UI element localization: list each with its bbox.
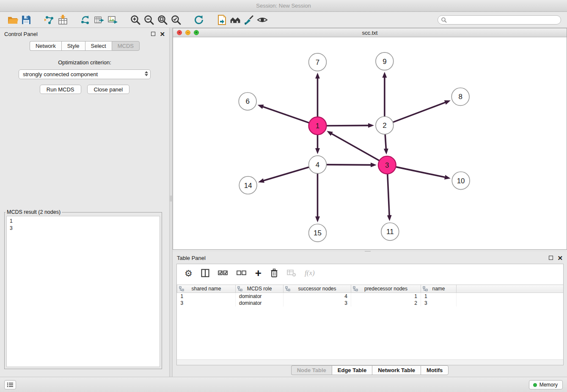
graph-node-8[interactable]: 8 <box>451 88 469 106</box>
float-panel-icon[interactable] <box>151 32 155 36</box>
graph-edge-2-3[interactable] <box>385 135 386 149</box>
graph-node-9[interactable]: 9 <box>376 52 394 70</box>
window-titlebar[interactable]: Session: New Session <box>0 0 567 12</box>
table-cell[interactable]: 2 <box>351 300 421 306</box>
column-options-icon[interactable] <box>423 286 428 293</box>
table-cell[interactable]: 1 <box>351 293 421 300</box>
graph-node-10[interactable]: 10 <box>452 172 470 190</box>
table-row[interactable]: 3dominator323 <box>177 300 564 306</box>
import-table-icon[interactable] <box>56 13 69 27</box>
table-cell[interactable]: dominator <box>236 300 284 306</box>
table-tab-network-table[interactable]: Network Table <box>372 365 421 375</box>
table-cell[interactable]: 3 <box>284 300 351 306</box>
table-tab-edge-table[interactable]: Edge Table <box>332 365 372 375</box>
table-cell[interactable]: 3 <box>421 300 457 306</box>
annotations-icon[interactable] <box>242 13 256 27</box>
graph-edge-1-2[interactable] <box>327 125 368 126</box>
graph-edge-2-8[interactable] <box>393 102 445 122</box>
graph-edge-3-11[interactable] <box>388 174 389 215</box>
column-header-MCDS-role[interactable]: MCDS role <box>236 285 284 293</box>
table-cell[interactable]: 3 <box>177 300 236 306</box>
table-cell[interactable]: 1 <box>421 293 457 300</box>
table-tab-node-table[interactable]: Node Table <box>291 365 332 375</box>
show-columns-icon[interactable] <box>201 269 209 277</box>
graph-node-3[interactable]: 3 <box>378 156 396 174</box>
column-header-filler <box>457 285 564 293</box>
function-builder-icon: f(x) <box>305 269 315 277</box>
close-table-panel-icon[interactable]: ✕ <box>557 255 563 261</box>
network-graph[interactable]: 7968124314101511 <box>173 37 567 249</box>
memory-button[interactable]: Memory <box>529 380 563 389</box>
graph-node-4[interactable]: 4 <box>309 156 327 174</box>
task-history-button[interactable] <box>4 380 16 389</box>
save-session-icon[interactable] <box>19 13 33 27</box>
table-row[interactable]: 1dominator411 <box>177 293 564 300</box>
search-input[interactable] <box>438 15 561 25</box>
graph-edge-3-10[interactable] <box>396 167 445 177</box>
graph-node-14[interactable]: 14 <box>239 177 257 194</box>
network-window-titlebar[interactable]: × – + scc.txt <box>173 28 567 37</box>
zoom-fit-icon[interactable] <box>156 13 169 27</box>
graph-edge-3-1[interactable] <box>332 134 379 160</box>
control-panel-tab-style[interactable]: Style <box>61 41 85 51</box>
table-cell[interactable]: dominator <box>236 293 284 300</box>
main-toolbar <box>0 12 567 28</box>
table-cell[interactable]: 4 <box>284 293 351 300</box>
column-header-name[interactable]: name <box>421 285 457 293</box>
add-row-icon[interactable]: + <box>255 269 261 278</box>
column-header-successor-nodes[interactable]: successor nodes <box>284 285 351 293</box>
control-panel-tab-network[interactable]: Network <box>30 41 61 51</box>
zoom-out-icon[interactable] <box>142 13 156 27</box>
table-settings-gear-icon[interactable]: ⚙ <box>184 269 193 278</box>
maximize-window-icon[interactable]: + <box>194 30 199 35</box>
mcds-result-box[interactable]: 13 <box>6 216 160 367</box>
open-session-icon[interactable] <box>6 13 19 27</box>
refresh-view-icon[interactable] <box>192 13 206 27</box>
export-image-icon[interactable] <box>106 13 119 27</box>
graph-edge-4-3[interactable] <box>327 165 371 165</box>
mcds-result-line: 1 <box>10 218 157 225</box>
zoom-in-icon[interactable] <box>129 13 142 27</box>
column-options-icon[interactable] <box>237 286 242 293</box>
deselect-all-columns-icon[interactable] <box>237 270 247 276</box>
column-header-predecessor-nodes[interactable]: predecessor nodes <box>351 285 421 293</box>
float-table-panel-icon[interactable] <box>549 256 553 260</box>
run-mcds-button[interactable]: Run MCDS <box>40 85 81 94</box>
graph-edge-4-14[interactable] <box>264 167 308 180</box>
graph-node-2[interactable]: 2 <box>376 116 394 134</box>
control-panel-tab-select[interactable]: Select <box>85 41 112 51</box>
panel-splitter-vertical[interactable] <box>169 28 173 377</box>
graph-node-label: 15 <box>314 229 322 237</box>
delete-rows-icon[interactable] <box>270 268 278 278</box>
graph-edge-1-6[interactable] <box>263 107 309 123</box>
table-cell[interactable]: 1 <box>177 293 236 300</box>
first-neighbors-icon[interactable] <box>228 13 242 27</box>
show-details-eye-icon[interactable] <box>256 13 269 27</box>
select-all-columns-icon[interactable] <box>218 270 228 276</box>
graph-node-7[interactable]: 7 <box>309 53 327 71</box>
control-panel: Control Panel ✕ NetworkStyleSelectMCDS O… <box>0 28 169 377</box>
graph-node-1[interactable]: 1 <box>309 117 327 135</box>
column-options-icon[interactable] <box>285 286 290 293</box>
close-window-icon[interactable]: × <box>177 30 182 35</box>
import-network-icon[interactable] <box>42 13 56 27</box>
graph-node-11[interactable]: 11 <box>381 223 399 240</box>
column-options-icon[interactable] <box>353 286 358 293</box>
control-panel-tab-mcds[interactable]: MCDS <box>112 41 140 51</box>
style-document-icon[interactable] <box>215 13 228 27</box>
column-header-shared-name[interactable]: shared name <box>177 285 236 293</box>
table-horizontal-scrollbar[interactable] <box>177 359 563 365</box>
minimize-window-icon[interactable]: – <box>185 30 190 35</box>
network-view-window: × – + scc.txt 7968124314101511 <box>173 28 567 250</box>
close-panel-button[interactable]: Close panel <box>87 85 130 94</box>
export-network-icon[interactable] <box>79 13 92 27</box>
close-panel-icon[interactable]: ✕ <box>160 31 165 37</box>
zoom-selected-icon[interactable] <box>169 13 183 27</box>
network-canvas[interactable]: 7968124314101511 <box>173 37 567 249</box>
export-table-icon[interactable] <box>92 13 106 27</box>
optimization-dropdown[interactable]: strongly connected component <box>19 69 151 79</box>
table-tab-motifs[interactable]: Motifs <box>421 365 449 375</box>
graph-node-6[interactable]: 6 <box>239 92 256 110</box>
column-options-icon[interactable] <box>179 286 184 293</box>
graph-node-15[interactable]: 15 <box>309 224 327 242</box>
